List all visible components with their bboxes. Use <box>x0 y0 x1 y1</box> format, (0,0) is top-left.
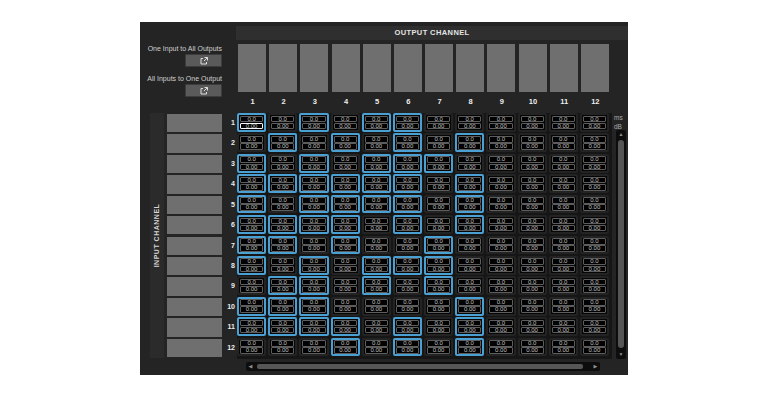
matrix-cell[interactable]: 0.00.00 <box>393 317 422 336</box>
delay-value-field[interactable]: 0.0 <box>552 320 575 327</box>
matrix-cell[interactable]: 0.00.00 <box>486 297 515 316</box>
matrix-cell[interactable]: 0.00.00 <box>362 154 391 173</box>
matrix-cell[interactable]: 0.00.00 <box>518 338 547 357</box>
delay-value-field[interactable]: 0.0 <box>365 197 388 204</box>
matrix-cell[interactable]: 0.00.00 <box>299 236 328 255</box>
gain-value-field[interactable]: 0.00 <box>427 245 450 252</box>
delay-value-field[interactable]: 0.0 <box>427 116 450 123</box>
matrix-cell[interactable]: 0.00.00 <box>362 215 391 234</box>
matrix-cell[interactable]: 0.00.00 <box>518 133 547 152</box>
delay-value-field[interactable]: 0.0 <box>334 116 357 123</box>
gain-value-field[interactable]: 0.00 <box>302 164 325 171</box>
gain-value-field[interactable]: 0.00 <box>396 184 419 191</box>
gain-value-field[interactable]: 0.00 <box>365 184 388 191</box>
gain-value-field[interactable]: 0.00 <box>489 123 512 130</box>
matrix-cell[interactable]: 0.00.00 <box>518 297 547 316</box>
output-channel-name-box[interactable] <box>269 44 297 92</box>
delay-value-field[interactable]: 0.0 <box>458 156 481 163</box>
delay-value-field[interactable]: 0.0 <box>334 258 357 265</box>
delay-value-field[interactable]: 0.0 <box>458 238 481 245</box>
scroll-right-icon[interactable]: ▶ <box>591 362 600 371</box>
gain-value-field[interactable]: 0.00 <box>427 204 450 211</box>
matrix-cell[interactable]: 0.00.00 <box>268 297 297 316</box>
output-channel-name-box[interactable] <box>550 44 578 92</box>
delay-value-field[interactable]: 0.0 <box>240 320 263 327</box>
delay-value-field[interactable]: 0.0 <box>240 258 263 265</box>
matrix-cell[interactable]: 0.00.00 <box>331 133 360 152</box>
delay-value-field[interactable]: 0.0 <box>396 116 419 123</box>
delay-value-field[interactable]: 0.0 <box>521 238 544 245</box>
gain-value-field[interactable]: 0.00 <box>365 245 388 252</box>
gain-value-field[interactable]: 0.00 <box>583 347 606 354</box>
gain-value-field[interactable]: 0.00 <box>458 245 481 252</box>
gain-value-field[interactable]: 0.00 <box>521 306 544 313</box>
delay-value-field[interactable]: 0.0 <box>396 238 419 245</box>
gain-value-field[interactable]: 0.00 <box>302 225 325 232</box>
matrix-cell[interactable]: 0.00.00 <box>362 276 391 295</box>
delay-value-field[interactable]: 0.0 <box>240 279 263 286</box>
gain-value-field[interactable]: 0.00 <box>365 204 388 211</box>
delay-value-field[interactable]: 0.0 <box>396 197 419 204</box>
delay-value-field[interactable]: 0.0 <box>427 238 450 245</box>
matrix-cell[interactable]: 0.00.00 <box>237 297 266 316</box>
delay-value-field[interactable]: 0.0 <box>365 340 388 347</box>
matrix-cell[interactable]: 0.00.00 <box>268 174 297 193</box>
delay-value-field[interactable]: 0.0 <box>521 258 544 265</box>
gain-value-field[interactable]: 0.00 <box>365 347 388 354</box>
gain-value-field[interactable]: 0.00 <box>521 245 544 252</box>
delay-value-field[interactable]: 0.0 <box>271 340 294 347</box>
delay-value-field[interactable]: 0.0 <box>489 156 512 163</box>
all-inputs-to-one-output-button[interactable] <box>185 84 222 97</box>
gain-value-field[interactable]: 0.00 <box>552 184 575 191</box>
gain-value-field[interactable]: 0.00 <box>240 164 263 171</box>
matrix-cell[interactable]: 0.00.00 <box>455 256 484 275</box>
delay-value-field[interactable]: 0.0 <box>583 279 606 286</box>
delay-value-field[interactable]: 0.0 <box>427 258 450 265</box>
gain-value-field[interactable]: 0.00 <box>334 225 357 232</box>
delay-value-field[interactable]: 0.0 <box>521 136 544 143</box>
delay-value-field[interactable]: 0.0 <box>365 218 388 225</box>
gain-value-field[interactable]: 0.00 <box>552 327 575 334</box>
gain-value-field[interactable]: 0.00 <box>521 327 544 334</box>
matrix-cell[interactable]: 0.00.00 <box>518 113 547 132</box>
delay-value-field[interactable]: 0.0 <box>489 136 512 143</box>
delay-value-field[interactable]: 0.0 <box>334 299 357 306</box>
matrix-cell[interactable]: 0.00.00 <box>424 297 453 316</box>
delay-value-field[interactable]: 0.0 <box>302 218 325 225</box>
gain-value-field[interactable]: 0.00 <box>271 266 294 273</box>
delay-value-field[interactable]: 0.0 <box>271 177 294 184</box>
gain-value-field[interactable]: 0.00 <box>583 327 606 334</box>
gain-value-field[interactable]: 0.00 <box>552 266 575 273</box>
delay-value-field[interactable]: 0.0 <box>583 116 606 123</box>
matrix-cell[interactable]: 0.00.00 <box>331 113 360 132</box>
matrix-cell[interactable]: 0.00.00 <box>549 256 578 275</box>
matrix-cell[interactable]: 0.00.00 <box>237 195 266 214</box>
gain-value-field[interactable]: 0.00 <box>396 286 419 293</box>
matrix-cell[interactable]: 0.00.00 <box>331 195 360 214</box>
matrix-cell[interactable]: 0.00.00 <box>549 174 578 193</box>
matrix-cell[interactable]: 0.00.00 <box>237 133 266 152</box>
matrix-cell[interactable]: 0.00.00 <box>424 195 453 214</box>
delay-value-field[interactable]: 0.0 <box>396 340 419 347</box>
gain-value-field[interactable]: 0.00 <box>240 123 263 130</box>
gain-value-field[interactable]: 0.00 <box>489 286 512 293</box>
delay-value-field[interactable]: 0.0 <box>552 238 575 245</box>
output-channel-name-box[interactable] <box>487 44 515 92</box>
delay-value-field[interactable]: 0.0 <box>365 279 388 286</box>
matrix-cell[interactable]: 0.00.00 <box>237 236 266 255</box>
gain-value-field[interactable]: 0.00 <box>334 123 357 130</box>
matrix-cell[interactable]: 0.00.00 <box>580 195 609 214</box>
delay-value-field[interactable]: 0.0 <box>302 177 325 184</box>
delay-value-field[interactable]: 0.0 <box>334 156 357 163</box>
matrix-cell[interactable]: 0.00.00 <box>331 236 360 255</box>
matrix-cell[interactable]: 0.00.00 <box>393 215 422 234</box>
delay-value-field[interactable]: 0.0 <box>302 156 325 163</box>
input-channel-name-box[interactable] <box>167 237 222 255</box>
gain-value-field[interactable]: 0.00 <box>458 164 481 171</box>
delay-value-field[interactable]: 0.0 <box>365 177 388 184</box>
delay-value-field[interactable]: 0.0 <box>458 340 481 347</box>
gain-value-field[interactable]: 0.00 <box>365 143 388 150</box>
input-channel-name-box[interactable] <box>167 155 222 173</box>
gain-value-field[interactable]: 0.00 <box>489 347 512 354</box>
matrix-cell[interactable]: 0.00.00 <box>518 317 547 336</box>
